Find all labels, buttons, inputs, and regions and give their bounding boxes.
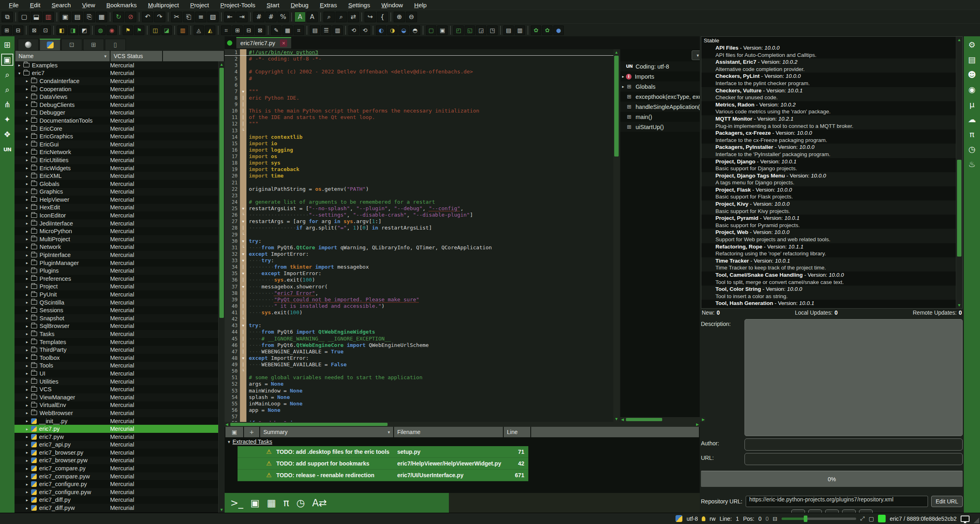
spheres-tab[interactable] xyxy=(18,39,39,51)
calltips-icon[interactable]: A xyxy=(307,12,318,22)
expand-arrow-icon[interactable]: ▸ xyxy=(25,221,29,225)
menu-debug[interactable]: Debug xyxy=(286,1,313,9)
code-editor[interactable]: 1#!/usr/bin/env python32# -*- coding: ut… xyxy=(225,49,613,422)
plugin-item[interactable]: Tool, Color String - Version: 10.0.0Tool… xyxy=(701,286,956,300)
preferences-icon[interactable]: ✎ xyxy=(271,25,281,35)
plugin-item[interactable]: MQTT Monitor - Version: 10.2.1Plug-in im… xyxy=(701,115,956,129)
fold-margin[interactable]: │ xyxy=(240,101,246,108)
new-project-icon[interactable]: ⊞ xyxy=(2,25,12,35)
outline-item-handlesingleapplication[interactable]: ⊞handleSingleApplication( xyxy=(620,102,705,112)
tree-item-cooperation[interactable]: ▸CooperationMercurial xyxy=(15,85,218,93)
expand-arrow-icon[interactable]: ▸ xyxy=(25,276,29,281)
plugin-item[interactable]: Packagers, PyInstaller - Version: 10.0.0… xyxy=(701,144,956,158)
menu-start[interactable]: Start xyxy=(262,1,284,9)
plugin-item[interactable]: Project, Flask - Version: 10.0.0Basic su… xyxy=(701,186,956,200)
expand-arrow-icon[interactable]: ▸ xyxy=(25,419,29,423)
tree-item-ui[interactable]: ▸UIMercurial xyxy=(15,370,218,378)
fold-margin[interactable] xyxy=(240,75,246,82)
expand-arrow-icon[interactable]: ▸ xyxy=(25,158,29,162)
column-header-line[interactable]: Line xyxy=(504,427,530,437)
panes-icon[interactable]: ▥ xyxy=(332,25,343,35)
open-files-tab[interactable]: ⊡ xyxy=(61,39,82,51)
symbols-icon[interactable]: π xyxy=(966,128,978,140)
fold-margin[interactable]: ▼ xyxy=(240,238,246,244)
autocomplete-icon[interactable]: A xyxy=(294,12,306,22)
tree-item-eric7-api-py[interactable]: ▸eric7_api.pyMercurial xyxy=(15,441,218,449)
scrollbar-thumb[interactable] xyxy=(957,160,961,257)
scroll-right-icon[interactable]: ▶ xyxy=(702,417,705,422)
tree-item-documentationtools[interactable]: ▸DocumentationToolsMercurial xyxy=(15,117,218,125)
fold-margin[interactable] xyxy=(240,160,246,166)
run-script-icon[interactable]: ⚑ xyxy=(123,25,133,35)
translate-icon[interactable]: A⇄ xyxy=(312,498,327,508)
open-file-icon[interactable]: ⬓ xyxy=(31,12,42,22)
menu-search[interactable]: Search xyxy=(47,1,76,9)
expand-arrow-icon[interactable]: ▸ xyxy=(25,237,29,241)
leaf-start-icon[interactable]: ✿ xyxy=(531,25,541,35)
author-field[interactable] xyxy=(744,438,963,451)
toggle-comment-icon[interactable]: % xyxy=(277,12,289,22)
expand-arrow-icon[interactable]: ▸ xyxy=(25,174,29,178)
tree-item-snapshot[interactable]: ▸SnapshotMercurial xyxy=(15,314,218,322)
tree-item-examples[interactable]: ▸ExamplesMercurial xyxy=(15,61,218,69)
expand-arrow-icon[interactable]: ▸ xyxy=(25,205,29,210)
fold-margin[interactable] xyxy=(240,199,246,205)
copy-icon[interactable]: ⎗ xyxy=(183,12,194,22)
menu-help[interactable]: Help xyxy=(409,1,432,9)
fold-margin[interactable]: │ xyxy=(240,108,246,114)
expand-arrow-icon[interactable]: ▸ xyxy=(25,450,29,455)
revert-icon[interactable]: ⊘ xyxy=(125,12,136,22)
python-shell-icon[interactable]: ◑ xyxy=(387,25,398,35)
paste-icon[interactable]: ≡ xyxy=(195,12,206,22)
plugin-item[interactable]: Packagers, cx-Freeze - Version: 10.0.0In… xyxy=(701,129,956,144)
expand-arrow-icon[interactable]: ▸ xyxy=(25,340,29,344)
zoom-out-icon[interactable]: ⊖ xyxy=(406,12,417,22)
expand-arrow-icon[interactable]: ▸ xyxy=(25,506,29,510)
scroll-up-icon[interactable]: ▲ xyxy=(613,50,619,54)
expand-arrow-icon[interactable]: ▸ xyxy=(25,111,29,115)
tree-item-eric7[interactable]: ▾eric7Mercurial xyxy=(15,69,218,77)
frame-icon[interactable]: ▢ xyxy=(869,516,874,522)
goto-brace-icon[interactable]: { xyxy=(377,12,388,22)
tree-item-webbrowser[interactable]: ▸WebBrowserMercurial xyxy=(15,409,218,417)
outline-item-imports[interactable]: ▸iImports xyxy=(620,71,705,81)
save-as-icon[interactable]: ▤ xyxy=(72,12,83,22)
documentation-icon[interactable]: ▤ xyxy=(503,25,514,35)
mqtt-monitor-icon[interactable]: ☁ xyxy=(966,113,978,125)
tree-item-ericutilities[interactable]: ▸EricUtilitiesMercurial xyxy=(15,156,218,164)
column-header-vcs-status[interactable]: VCS Status xyxy=(111,51,162,61)
tree-item-preferences[interactable]: ▸PreferencesMercurial xyxy=(15,275,218,283)
expand-arrow-icon[interactable]: ▸ xyxy=(25,261,29,265)
expand-arrow-icon[interactable]: ▸ xyxy=(25,348,29,352)
search-icon[interactable]: ⌕ xyxy=(323,12,335,22)
bookmarks-tab[interactable]: ⊞ xyxy=(83,39,104,51)
tree-item-pyunit[interactable]: ▸PyUnitMercurial xyxy=(15,290,218,299)
fold-margin[interactable] xyxy=(240,186,246,192)
cooperation-icon[interactable]: ☻ xyxy=(966,69,978,81)
description-box[interactable] xyxy=(744,319,963,436)
plugin-item[interactable]: Project, Django - Version: 10.0.1Basic s… xyxy=(701,158,956,172)
tree-item-tools[interactable]: ▸ToolsMercurial xyxy=(15,362,218,370)
menu-view[interactable]: View xyxy=(77,1,100,9)
tree-item-jediinterface[interactable]: ▸JediInterfaceMercurial xyxy=(15,219,218,228)
tree-item-eric7-diff-py[interactable]: ▸eric7_diff.pyMercurial xyxy=(15,496,218,504)
expand-arrow-icon[interactable]: ▸ xyxy=(25,150,29,154)
time-tracker-icon[interactable]: ◷ xyxy=(966,143,978,155)
outline-scrollbar-horizontal[interactable]: ◀ ▶ xyxy=(620,417,705,422)
fold-margin[interactable]: ▼ xyxy=(240,284,246,290)
python-browser-tab[interactable] xyxy=(40,39,60,51)
tree-item-pluginmanager[interactable]: ▸PluginManagerMercurial xyxy=(15,259,218,267)
plugin-item[interactable]: Project, Web - Version: 10.0.0Support fo… xyxy=(701,229,956,243)
expand-arrow-icon[interactable]: ▸ xyxy=(25,371,29,376)
search-next-icon[interactable]: ⌕ xyxy=(336,12,347,22)
new-window-icon[interactable]: ⧉ xyxy=(2,12,13,22)
expand-arrow-icon[interactable]: ▾ xyxy=(17,71,22,75)
next-breakpoint-icon[interactable]: ◓ xyxy=(410,25,420,35)
file-tree-scrollbar[interactable]: ▲ ▼ xyxy=(218,61,225,513)
plugin-item[interactable]: Refactoring, Rope - Version: 10.1.1Refac… xyxy=(701,243,956,257)
column-header-name[interactable]: Name ▾ xyxy=(15,51,110,61)
coverage-icon[interactable]: ◪ xyxy=(161,25,172,35)
edit-breakpoints-icon[interactable]: ◒ xyxy=(398,25,409,35)
plugin-item[interactable]: Tool, Hash Generation - Version: 10.0.1 xyxy=(701,300,956,307)
plugin-repository-icon[interactable]: ⚙ xyxy=(966,39,978,51)
